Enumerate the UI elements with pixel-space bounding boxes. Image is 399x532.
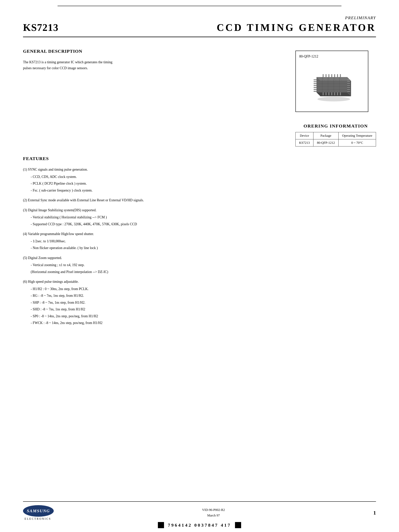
svg-rect-22 <box>314 89 316 90</box>
list-item: - SHP : -8 ~ 7ns, 1ns step, from H1/H2. <box>31 300 376 306</box>
page-title: CCD TIMING GENERATOR <box>217 22 376 33</box>
list-item: (1) SYNC signals and timing pulse genera… <box>23 167 376 193</box>
svg-rect-25 <box>347 81 350 82</box>
svg-rect-35 <box>334 74 335 77</box>
samsung-text: SAMSUNG <box>27 508 50 513</box>
model-number: KS7213 <box>23 22 58 33</box>
page-header: KS7213 PRELIMINARY CCD TIMING GENERATOR <box>23 15 376 37</box>
list-item: - Vertical zooming ; x1 to x4, 192 step. <box>31 262 376 268</box>
package-section: 80-QFP-1212 <box>296 49 376 146</box>
list-item: - Non flicker operation available. ( by … <box>31 245 376 251</box>
ordering-section: ORERING INFORMATION Device Package Opera… <box>296 123 376 146</box>
barcode-text: 7964142 0037847 417 <box>168 523 231 528</box>
feature-2-main: (2) External Sync mode available with Ex… <box>23 198 144 202</box>
feature-1-main: (1) SYNC signals and timing pulse genera… <box>23 168 88 171</box>
svg-rect-34 <box>331 74 332 77</box>
svg-rect-42 <box>334 92 335 95</box>
svg-rect-40 <box>328 92 329 95</box>
samsung-logo: SAMSUNG <box>23 505 54 517</box>
svg-rect-29 <box>347 89 350 90</box>
header-right: PRELIMINARY CCD TIMING GENERATOR <box>217 15 376 33</box>
ordering-table: Device Package Operating Temperature KS7… <box>296 132 376 146</box>
feature-6-main: (6) High speed pulse timings adjustable. <box>23 280 79 284</box>
svg-rect-23 <box>314 91 316 92</box>
svg-rect-37 <box>340 74 341 77</box>
svg-rect-32 <box>326 74 327 77</box>
svg-rect-28 <box>347 87 350 88</box>
barcode-right-square <box>235 522 241 528</box>
list-item: (2) External Sync mode available with Ex… <box>23 197 376 203</box>
feature-4-main: (4) Variable programmable High/low speed… <box>23 232 94 236</box>
features-section: FEATURES (1) SYNC signals and timing pul… <box>23 156 376 326</box>
features-title: FEATURES <box>23 156 103 161</box>
table-row: KS7213 80-QFP-1212 0 ~ 70°C <box>296 139 376 146</box>
list-item: - SHD : -8 ~ 7ns, 1ns step, from H1/H2 <box>31 306 376 312</box>
svg-rect-17 <box>314 79 316 80</box>
ordering-col-temp: Operating Temperature <box>338 132 376 139</box>
svg-rect-41 <box>331 92 332 95</box>
electronics-text: ELECTRONICS <box>25 517 51 520</box>
svg-rect-33 <box>328 74 329 77</box>
general-description-section: GENERAL DESCRIPTION The KS7213 is a timi… <box>23 49 280 146</box>
footer-doc-info: VID-96-P002-R2 March 97 <box>202 507 225 518</box>
doc-date: March 97 <box>202 513 225 518</box>
list-item: (Horizontal zooming and Pixel interpolat… <box>31 269 376 275</box>
package-label: 80-QFP-1212 <box>299 54 318 58</box>
svg-rect-20 <box>314 85 316 86</box>
package-box: 80-QFP-1212 <box>296 51 368 112</box>
list-item: (6) High speed pulse timings adjustable.… <box>23 279 376 326</box>
general-description-title: GENERAL DESCRIPTION <box>23 49 280 54</box>
feature-4-subs: - 1/2sec. to 1/100,000sec. - Non flicker… <box>31 238 376 251</box>
list-item: - 1/2sec. to 1/100,000sec. <box>31 238 376 244</box>
list-item: - CCD, CDS, ADC clock system. <box>31 174 376 180</box>
footer-logo: SAMSUNG ELECTRONICS <box>23 505 54 520</box>
preliminary-label: PRELIMINARY <box>217 15 376 20</box>
list-item: - PCLK ( DCP2 Pipeline clock ) system. <box>31 181 376 187</box>
feature-5-main: (5) Digital Zoom supported. <box>23 256 62 260</box>
list-item: - Fsc. ( sub-carrier frequency ) clock s… <box>31 188 376 194</box>
features-list: (1) SYNC signals and timing pulse genera… <box>23 167 376 326</box>
ic-illustration <box>299 61 365 108</box>
svg-rect-44 <box>340 92 341 95</box>
doc-number: VID-96-P002-R2 <box>202 507 225 513</box>
svg-rect-21 <box>314 87 316 88</box>
feature-5-subs: - Vertical zooming ; x1 to x4, 192 step.… <box>31 262 376 275</box>
svg-marker-1 <box>316 92 351 96</box>
svg-rect-27 <box>347 85 350 86</box>
svg-rect-38 <box>323 92 324 95</box>
ordering-col-package: Package <box>313 132 338 139</box>
ordering-device: KS7213 <box>296 139 313 146</box>
svg-rect-24 <box>347 79 350 80</box>
page-number: 1 <box>373 510 376 516</box>
svg-rect-43 <box>337 92 338 95</box>
list-item: - Supported CCD type : 270K, 320K, 440K,… <box>31 221 376 227</box>
ordering-title: ORERING INFORMATION <box>296 123 376 129</box>
svg-point-0 <box>317 97 350 101</box>
list-item: - Vertical stabilizing ( Horizontal stab… <box>31 214 376 221</box>
features-title-col: FEATURES <box>23 156 103 167</box>
list-item: (3) Digital Image Stabilizing system(DIS… <box>23 207 376 227</box>
svg-rect-26 <box>347 83 350 84</box>
general-description-text: The KS7213 is a timing generator IC whic… <box>23 59 115 71</box>
page-footer: SAMSUNG ELECTRONICS VID-96-P002-R2 March… <box>23 501 376 520</box>
list-item: (5) Digital Zoom supported. - Vertical z… <box>23 255 376 275</box>
ordering-temp: 0 ~ 70°C <box>338 139 376 146</box>
list-item: - FWCK : -8 ~ 14ns, 2ns step, pos/neg, f… <box>31 320 376 326</box>
ordering-package: 80-QFP-1212 <box>313 139 338 146</box>
svg-rect-31 <box>323 74 324 77</box>
svg-rect-19 <box>314 83 316 84</box>
feature-6-subs: - H1/H2 : 0 ~ 30ns, 2ns step, from PCLK.… <box>31 286 376 326</box>
list-item: - RG : -8 ~ 7ns, 1ns step, from H1/H2. <box>31 293 376 299</box>
list-item: - H1/H2 : 0 ~ 30ns, 2ns step, from PCLK. <box>31 286 376 292</box>
svg-rect-30 <box>347 91 350 92</box>
barcode-left-square <box>158 522 164 528</box>
list-item: - SP0 : -8 ~ 14ns, 2ns step, pos/neg, fr… <box>31 313 376 319</box>
feature-3-main: (3) Digital Image Stabilizing system(DIS… <box>23 208 97 212</box>
svg-rect-39 <box>326 92 327 95</box>
svg-rect-36 <box>337 74 338 77</box>
feature-1-subs: - CCD, CDS, ADC clock system. - PCLK ( D… <box>31 174 376 194</box>
barcode-area: 7964142 0037847 417 <box>0 522 399 528</box>
svg-rect-18 <box>314 81 316 82</box>
feature-3-subs: - Vertical stabilizing ( Horizontal stab… <box>31 214 376 227</box>
list-item: (4) Variable programmable High/low speed… <box>23 231 376 251</box>
